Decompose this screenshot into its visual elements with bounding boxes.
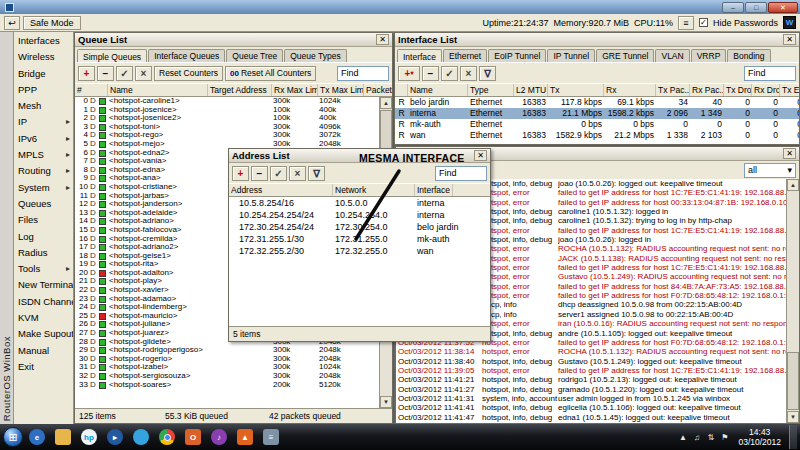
sidebar-item-ppp[interactable]: PPP xyxy=(14,82,73,98)
interface-row[interactable]: RwanEthernet163831582.9 kbps21.2 Mbps1 3… xyxy=(395,130,799,141)
tab-ethernet[interactable]: Ethernet xyxy=(443,49,487,62)
os-titlebar[interactable]: – □ ✕ xyxy=(0,0,800,14)
sidebar-item-bridge[interactable]: Bridge xyxy=(14,66,73,82)
sidebar-item-queues[interactable]: Queues xyxy=(14,196,73,212)
sidebar-item-manual[interactable]: Manual xyxy=(14,343,73,359)
column-header-tx-errors[interactable]: Tx Errors xyxy=(780,84,799,96)
queue-row[interactable]: 30D<hotspot-rogerio>10.5.1.71300k2048k xyxy=(75,355,379,364)
hide-passwords-checkbox[interactable]: ✓ xyxy=(699,18,708,27)
address-row[interactable]: 172.30.254.254/24172.30.254.0belo jardin xyxy=(229,221,490,233)
interface-list-titlebar[interactable]: Interface List ✕ xyxy=(395,33,799,47)
sidebar-item-mesh[interactable]: Mesh xyxy=(14,98,73,114)
queue-list-titlebar[interactable]: Queue List ✕ xyxy=(75,33,392,47)
column-header-name[interactable]: Name xyxy=(108,84,208,96)
tab-simple-queues[interactable]: Simple Queues xyxy=(77,49,147,62)
log-scrollbar[interactable]: ▲ ▼ xyxy=(786,179,799,423)
enable-button[interactable]: ✓ xyxy=(270,166,287,181)
sidebar-item-kvm[interactable]: KVM xyxy=(14,310,73,326)
column-header-name[interactable]: Name xyxy=(408,84,468,96)
safe-mode-button[interactable]: Safe Mode xyxy=(23,16,81,30)
scroll-down-icon[interactable]: ▼ xyxy=(787,411,799,423)
explorer-folder-icon[interactable] xyxy=(51,427,75,448)
tab-queue-types[interactable]: Queue Types xyxy=(284,49,346,62)
queue-row[interactable]: 33D<hotspot-soares>10.5.2.7200k5120k xyxy=(75,381,379,390)
column-header-tx-drops[interactable]: Tx Drops xyxy=(724,84,752,96)
disable-button[interactable]: × xyxy=(289,166,306,181)
music-player-icon[interactable]: ♪ xyxy=(207,427,231,448)
address-row[interactable]: 172.32.255.2/30172.32.255.0wan xyxy=(229,245,490,257)
tab-ip-tunnel[interactable]: IP Tunnel xyxy=(547,49,595,62)
address-row[interactable]: 172.31.255.1/30172.31.255.0mk-auth xyxy=(229,233,490,245)
address-row[interactable]: 10.254.254.254/2410.254.254.0interna xyxy=(229,209,490,221)
notepad-icon[interactable]: ≡ xyxy=(259,427,283,448)
taskbar-clock[interactable]: 14:43 03/10/2012 xyxy=(734,427,785,447)
column-header-address[interactable]: Address xyxy=(229,184,333,196)
close-icon[interactable]: ✕ xyxy=(783,148,796,159)
close-icon[interactable]: ✕ xyxy=(376,34,389,45)
tray-show-hidden-icon[interactable]: ▲ xyxy=(677,433,688,442)
column-header-type[interactable]: Type xyxy=(468,84,514,96)
enable-button[interactable]: ✓ xyxy=(441,66,458,81)
column-header-l2-mtu[interactable]: L2 MTU xyxy=(514,84,548,96)
close-button[interactable]: ✕ xyxy=(768,2,798,13)
remove-button[interactable]: − xyxy=(97,66,114,81)
queue-row[interactable]: 1D<hotspot-josenice>10.5.0.15100k400k xyxy=(75,106,379,115)
column-header-tx-max-limit[interactable]: Tx Max Limit xyxy=(318,84,364,96)
filter-funnel-icon[interactable]: ∇ xyxy=(308,166,325,181)
tab-interface-queues[interactable]: Interface Queues xyxy=(148,49,225,62)
sidebar-item-routing[interactable]: Routing▸ xyxy=(14,163,73,179)
start-button[interactable]: ⊞ xyxy=(3,427,23,447)
sidebar-item-tools[interactable]: Tools▸ xyxy=(14,261,73,277)
undo-icon[interactable]: ↩ xyxy=(4,16,20,30)
column-header-flag[interactable] xyxy=(395,84,408,96)
tray-network-icon[interactable]: ⇅ xyxy=(705,433,716,442)
tab-vlan[interactable]: VLAN xyxy=(655,49,689,62)
minimize-button[interactable]: – xyxy=(722,2,744,13)
media-player-icon[interactable]: ▸ xyxy=(103,427,127,448)
add-button[interactable]: + xyxy=(78,66,95,81)
queue-row[interactable]: 29D<hotspot-rodrigoperigoso>10.5.1.18530… xyxy=(75,346,379,355)
close-icon[interactable]: ✕ xyxy=(474,150,487,161)
disable-button[interactable]: × xyxy=(460,66,477,81)
tab-vrrp[interactable]: VRRP xyxy=(691,49,727,62)
remove-button[interactable]: − xyxy=(251,166,268,181)
column-header-rx-max-limit[interactable]: Rx Max Limit xyxy=(272,84,318,96)
tab-queue-tree[interactable]: Queue Tree xyxy=(226,49,283,62)
find-input[interactable]: Find xyxy=(744,66,796,81)
interface-row[interactable]: Rbelo jardinEthernet16383117.8 kbps69.1 … xyxy=(395,97,799,108)
scroll-up-icon[interactable]: ▲ xyxy=(380,97,392,109)
column-header-interface[interactable]: Interface xyxy=(415,184,453,196)
interface-row[interactable]: Rmk-authEthernet0 bps0 bps00000 xyxy=(395,119,799,130)
column-header-target-address[interactable]: Target Address xyxy=(208,84,272,96)
remove-button[interactable]: − xyxy=(422,66,439,81)
column-header-flag[interactable]: # xyxy=(75,84,108,96)
column-header-tx-pac[interactable]: Tx Pac... xyxy=(656,84,690,96)
column-header-packet[interactable]: Packet... xyxy=(364,84,392,96)
resources-graph-icon[interactable]: ≡ xyxy=(678,16,694,30)
interface-row[interactable]: RinternaEthernet1638321.1 Mbps1598.2 kbp… xyxy=(395,108,799,119)
tray-alert-icon[interactable]: ⚑ xyxy=(719,433,730,442)
close-icon[interactable]: ✕ xyxy=(783,34,796,45)
tab-interface[interactable]: Interface xyxy=(397,49,442,62)
vlc-icon[interactable]: ▲ xyxy=(233,427,257,448)
sidebar-item-ipv6[interactable]: IPv6▸ xyxy=(14,131,73,147)
sidebar-item-make-supout-rif[interactable]: Make Supout.rif xyxy=(14,326,73,342)
reset-counters-button[interactable]: Reset Counters xyxy=(154,66,223,81)
sidebar-item-ip[interactable]: IP▸ xyxy=(14,114,73,130)
column-header-rx-pac[interactable]: Rx Pac... xyxy=(690,84,724,96)
messenger-icon[interactable] xyxy=(129,427,153,448)
scroll-thumb[interactable] xyxy=(787,352,799,410)
log-filter-select[interactable]: all ▾ xyxy=(744,163,796,178)
find-input[interactable]: Find xyxy=(337,66,389,81)
tab-eoip-tunnel[interactable]: EoIP Tunnel xyxy=(488,49,546,62)
office-icon[interactable]: O xyxy=(181,427,205,448)
tray-volume-icon[interactable]: ♫ xyxy=(691,433,702,442)
queue-row[interactable]: 32D<hotspot-sergiosouza>10.5.1.24300k204… xyxy=(75,372,379,381)
column-header-rx[interactable]: Rx xyxy=(604,84,656,96)
disable-button[interactable]: × xyxy=(135,66,152,81)
reset-all-counters-button[interactable]: 00 Reset All Counters xyxy=(225,66,316,81)
sidebar-item-interfaces[interactable]: Interfaces xyxy=(14,33,73,49)
scroll-down-icon[interactable]: ▼ xyxy=(380,396,392,408)
sidebar-item-files[interactable]: Files xyxy=(14,212,73,228)
sidebar-item-mpls[interactable]: MPLS▸ xyxy=(14,147,73,163)
